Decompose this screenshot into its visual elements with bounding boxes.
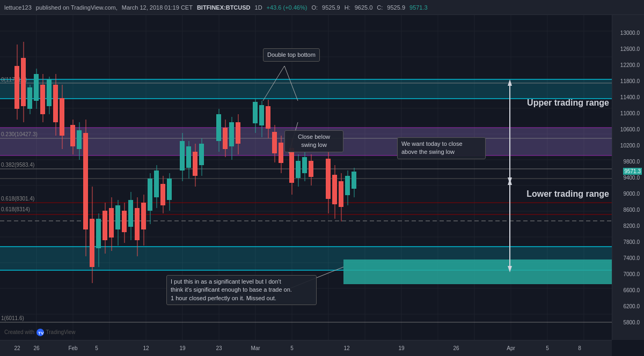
svg-marker-153 [508,179,512,185]
svg-rect-132 [302,157,307,173]
svg-rect-66 [53,85,58,122]
svg-rect-142 [345,176,350,195]
svg-rect-90 [135,208,140,240]
price-label-6200: 6200.0 [623,303,642,309]
price-label-8600: 8600.0 [623,207,642,213]
svg-rect-98 [160,184,165,205]
svg-rect-140 [339,181,343,207]
svg-rect-94 [148,179,152,211]
svg-rect-124 [272,132,277,153]
svg-rect-112 [223,128,228,149]
price-label-6600: 6600.0 [623,287,642,293]
close-value: 9525.9 [387,4,405,11]
svg-rect-134 [309,161,313,177]
price-label-10200: 10200.0 [620,143,642,149]
svg-rect-138 [332,175,337,204]
lower-range-arrow [504,179,515,272]
svg-rect-136 [326,159,331,199]
price-label-9800: 9800.0 [623,159,642,165]
close-below-annotation: Close belowswing low [284,130,343,152]
username: lettuce123 [4,4,32,11]
svg-rect-54 [14,66,19,109]
svg-rect-56 [21,58,26,106]
swing-low-annotation: We want today to closeabove the swing lo… [397,137,486,159]
price-label-12200: 12200.0 [620,62,642,68]
price-label-12600: 12600.0 [620,46,642,52]
upper-range-arrow [504,79,515,184]
tradingview-logo: TV [36,328,45,337]
open-value: 9525.9 [322,4,340,11]
svg-rect-100 [167,179,172,200]
svg-marker-150 [508,79,512,86]
svg-text:0.618(8314): 0.618(8314) [1,206,30,212]
svg-rect-58 [27,87,32,109]
date-text: March 12, 2018 01:19 CET [122,4,193,11]
platform-text: published on TradingView.com, [36,4,118,11]
watermark: Created with TV TradingView [4,328,76,337]
time-label-19b: 19 [398,345,404,351]
price-label-11800: 11800.0 [620,78,642,84]
svg-rect-84 [115,205,120,229]
svg-rect-120 [259,105,264,125]
chart-area[interactable]: 0(11791.3) 0.230(10427.3) 0.382(9583.4) … [0,15,612,340]
svg-rect-104 [186,146,191,168]
price-change: +43.6 (+0.46%) [267,4,308,11]
upper-trading-range-label: Upper trading range [515,98,609,108]
svg-rect-68 [60,98,64,136]
svg-rect-64 [47,79,52,106]
price-label-5800: 5800.0 [623,320,642,325]
price-label-9000: 9000.0 [623,191,642,197]
time-label-26: 26 [33,345,39,351]
svg-text:TV: TV [38,331,44,336]
high-value: 9625.0 [355,4,373,11]
price-label-7800: 7800.0 [623,239,642,245]
svg-rect-116 [236,122,240,144]
time-label-19: 19 [179,345,185,351]
svg-rect-118 [253,102,258,123]
price-label-9400: 9400.0 [623,175,642,181]
time-label-feb: Feb [68,345,77,351]
time-label-23: 23 [216,345,222,351]
time-label-12b: 12 [343,345,349,351]
timeframe: 1D [255,4,262,11]
price-label-11400: 11400.0 [620,94,642,100]
last-price: 9571.3 [409,4,428,11]
time-label-12: 12 [143,345,149,351]
svg-marker-154 [508,266,512,272]
price-label-13000: 13000.0 [620,30,642,36]
time-label-apr: Apr [507,345,515,351]
svg-rect-76 [90,219,94,267]
time-label-5: 5 [95,345,98,351]
significant-level-annotation: I put this in as a significant level but… [166,275,317,305]
svg-rect-102 [180,141,185,170]
svg-rect-126 [279,143,283,163]
open-label: O: [311,4,318,11]
svg-rect-86 [122,211,127,232]
price-label-7000: 7000.0 [623,271,642,277]
svg-text:0.230(10427.3): 0.230(10427.3) [1,131,38,137]
svg-rect-38 [343,259,612,284]
svg-rect-130 [296,161,301,178]
time-label-8: 8 [578,345,581,351]
svg-rect-82 [109,208,114,238]
time-label-26b: 26 [453,345,459,351]
svg-rect-108 [199,144,204,165]
top-bar: lettuce123 published on TradingView.com,… [0,0,644,15]
svg-rect-70 [70,125,75,146]
symbol: BITFINEX:BTCUSD [197,4,251,11]
svg-rect-60 [34,74,39,101]
price-label-9571: 9571.3 [623,168,642,175]
price-label-8200: 8200.0 [623,223,642,229]
time-label-22: 22 [14,345,20,351]
svg-rect-72 [77,130,82,149]
time-axis: 22 26 Feb 5 12 19 23 Mar 5 12 19 26 Apr … [0,340,612,356]
lower-trading-range-label: Lower trading range [515,189,609,199]
svg-text:1(6011.6): 1(6011.6) [1,315,24,321]
svg-rect-114 [229,122,234,146]
svg-rect-96 [154,170,159,197]
svg-rect-29 [0,79,612,99]
double-top-annotation: Double top bottom [263,48,320,62]
price-axis: 13000.0 12600.0 12200.0 11800.0 11400.0 … [612,15,644,340]
svg-text:0.618(8301.4): 0.618(8301.4) [1,196,34,202]
svg-rect-144 [352,172,356,189]
